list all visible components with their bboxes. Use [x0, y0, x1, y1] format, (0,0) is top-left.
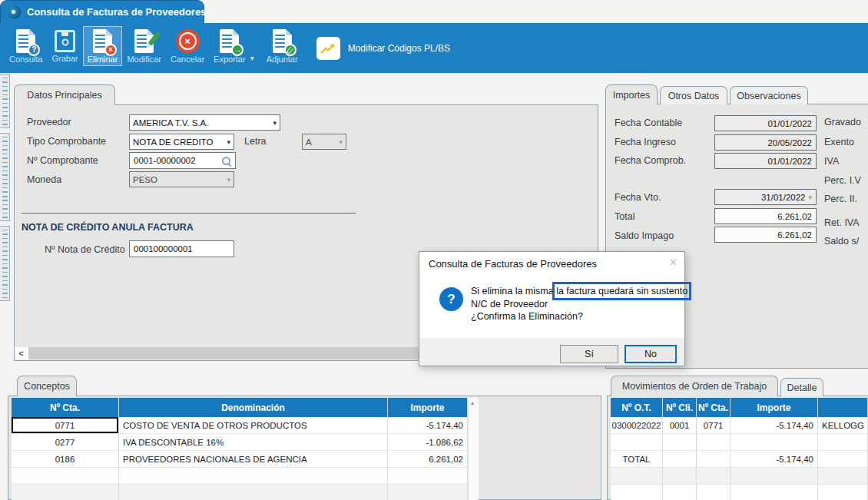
document-delete-icon: ×: [93, 29, 112, 53]
search-icon[interactable]: [221, 156, 231, 166]
fecha-comprob-value[interactable]: 01/01/2022: [714, 153, 817, 169]
column-header[interactable]: Importe: [388, 398, 468, 417]
tab-observaciones[interactable]: Observaciones: [730, 86, 808, 104]
consulta-button[interactable]: ? Consulta: [5, 26, 47, 66]
tipo-comprobante-combo[interactable]: NOTA DE CRÉDITO▾: [129, 134, 234, 150]
left-dock-tab[interactable]: [0, 226, 10, 301]
tab-conceptos[interactable]: Conceptos: [17, 376, 77, 396]
toolbar: ? Consulta Grabar × Eliminar Modificar: [0, 23, 868, 73]
dialog-message: Si elimina la misma la factura quedará s…: [471, 285, 687, 323]
proveedor-label: Proveedor: [27, 117, 71, 127]
column-header[interactable]: Nº O.T.: [611, 398, 663, 417]
document-attach-icon: [273, 29, 292, 53]
left-dock-tab[interactable]: [0, 133, 10, 221]
table-row[interactable]: 0186 PROVEEDORES NACIONALES DE AGENCIA 6…: [12, 451, 468, 468]
exportar-button[interactable]: → Exportar: [209, 26, 250, 66]
adjuntar-button[interactable]: Adjuntar: [262, 26, 303, 66]
close-icon[interactable]: ×: [670, 256, 677, 270]
cell-cta[interactable]: 0771: [697, 417, 731, 434]
table-row[interactable]: [12, 468, 468, 485]
movimientos-header-row: Nº O.T. Nº Cli. Nº Cta. Importe: [611, 398, 868, 417]
highlighted-text: la factura quedará sin sustento: [556, 286, 687, 296]
cell-importe[interactable]: -1.086,62: [388, 434, 468, 451]
movimientos-grid: Nº O.T. Nº Cli. Nº Cta. Importe 03000220…: [611, 398, 868, 500]
window-title: Consulta de Facturas de Proveedores: [27, 6, 206, 18]
exento-label: Exento: [824, 137, 854, 147]
perc-iva-label: Perc. I.V: [824, 175, 861, 186]
section-separator: [22, 213, 356, 214]
fecha-vto-combo[interactable]: 31/01/2022 ▾: [714, 189, 817, 205]
cell-denominacion[interactable]: PROVEEDORES NACIONALES DE AGENCIA: [119, 451, 388, 468]
comprobante-input[interactable]: 0001-00000002: [129, 152, 236, 169]
column-header[interactable]: [818, 398, 868, 417]
line-chart-icon: [316, 37, 340, 60]
grabar-button[interactable]: Grabar: [47, 26, 82, 65]
column-header[interactable]: Importe: [731, 398, 818, 417]
tab-movimientos-ot[interactable]: Movimientos de Orden de Trabajo: [611, 376, 778, 396]
cell-importe[interactable]: -5.174,40: [731, 417, 818, 434]
column-header[interactable]: Nº Cta.: [697, 398, 731, 417]
confirmation-dialog: Consulta de Facturas de Proveedores × ? …: [419, 251, 685, 366]
table-row[interactable]: [611, 468, 868, 485]
total-row: TOTAL -5.174,40: [611, 451, 868, 468]
title-strip: Consulta de Facturas de Proveedores: [0, 0, 868, 23]
cell-importe[interactable]: 6.261,02: [388, 451, 468, 468]
eliminar-button[interactable]: × Eliminar: [83, 26, 123, 66]
tipo-comprobante-label: Tipo Comprobante: [27, 136, 106, 147]
no-button[interactable]: No: [624, 345, 677, 363]
fecha-comprob-label: Fecha Comprob.: [615, 155, 686, 166]
column-header[interactable]: Nº Cli.: [663, 398, 697, 417]
table-row[interactable]: 0300022022 0001 0771 -5.174,40 KELLOGG S…: [611, 417, 868, 434]
saldo-s-label: Saldo s/: [824, 236, 859, 247]
question-icon: ?: [439, 287, 463, 311]
cell-cta[interactable]: 0771: [12, 417, 119, 434]
table-row[interactable]: [12, 485, 468, 500]
table-row[interactable]: [611, 434, 868, 451]
tab-datos-principales[interactable]: Datos Principales: [14, 84, 115, 105]
letra-combo[interactable]: A▾: [302, 134, 346, 150]
fecha-ingreso-value[interactable]: 20/05/2022: [714, 134, 817, 151]
document-edit-icon: [134, 29, 154, 53]
total-label: TOTAL: [611, 451, 663, 468]
app-logo-icon: [8, 6, 21, 18]
document-export-icon: →: [220, 29, 239, 53]
cell-cta[interactable]: 0277: [12, 434, 119, 451]
conceptos-grid: Nº Cta. Denominación Importe 0771 COSTO …: [12, 398, 468, 500]
cell-cta[interactable]: 0186: [12, 451, 119, 468]
exportar-dropdown-caret[interactable]: ▾: [250, 54, 254, 62]
window-title-tab[interactable]: Consulta de Facturas de Proveedores: [0, 0, 204, 23]
fecha-vto-label: Fecha Vto.: [615, 192, 661, 203]
fecha-contable-value[interactable]: 01/01/2022: [714, 115, 817, 131]
column-header[interactable]: Denominación: [119, 398, 388, 417]
tab-otros-datos[interactable]: Otros Datos: [660, 86, 727, 104]
moneda-combo[interactable]: PESO▾: [129, 171, 234, 187]
scroll-left-arrow-icon[interactable]: <: [15, 347, 28, 359]
table-row[interactable]: 0771 COSTO DE VENTA DE OTROS PRODUCTOS -…: [12, 417, 468, 434]
cell-importe[interactable]: -5.174,40: [388, 417, 468, 434]
cell-cli[interactable]: 0001: [663, 417, 697, 434]
cell-denominacion[interactable]: COSTO DE VENTA DE OTROS PRODUCTOS: [119, 417, 388, 434]
proveedor-combo[interactable]: AMERICA T.V. S.A.▾: [129, 114, 280, 131]
tab-importes[interactable]: Importes: [605, 84, 658, 104]
conceptos-vertical-scrollbar[interactable]: [468, 398, 479, 500]
modificar-button[interactable]: Modificar: [122, 26, 166, 66]
tab-detalle[interactable]: Detalle: [780, 378, 823, 396]
table-row[interactable]: [611, 485, 868, 500]
cancelar-button[interactable]: × Cancelar: [166, 26, 209, 66]
conceptos-header-row: Nº Cta. Denominación Importe: [12, 398, 468, 417]
left-dock-tab[interactable]: [0, 74, 10, 128]
modificar-codigos-button[interactable]: Modificar Códigos PL/BS: [316, 37, 450, 60]
letra-label: Letra: [244, 136, 267, 147]
nc-number-label: Nº Nota de Crédito: [45, 244, 125, 255]
cell-denominacion[interactable]: IVA DESCONTABLE 16%: [119, 434, 388, 451]
table-row[interactable]: 0277 IVA DESCONTABLE 16% -1.086,62: [12, 434, 468, 451]
chevron-down-icon: ▾: [805, 194, 812, 201]
cell-ot[interactable]: 0300022022: [611, 417, 663, 434]
cell-proveedor[interactable]: KELLOGG S.: [818, 417, 868, 434]
fecha-contable-label: Fecha Contable: [615, 118, 682, 128]
yes-button[interactable]: Sí: [560, 345, 618, 363]
column-header[interactable]: Nº Cta.: [12, 398, 119, 417]
nc-number-input[interactable]: 000100000001: [129, 240, 234, 257]
total-label: Total: [615, 211, 634, 222]
cancel-icon: ×: [176, 29, 200, 53]
